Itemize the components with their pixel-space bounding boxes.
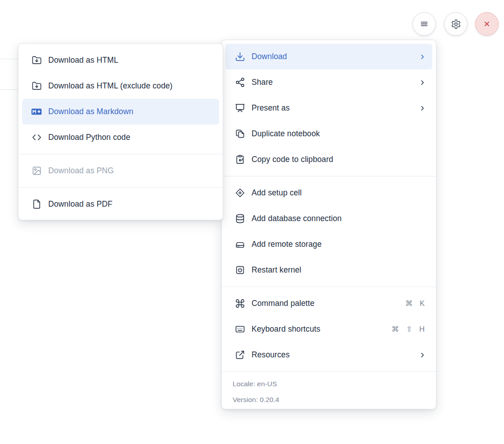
menu-item-copy-code[interactable]: Copy code to clipboard <box>225 147 432 172</box>
menu-item-label: Command palette <box>252 299 399 308</box>
keyboard-shortcut: ⌘ ⇧ H <box>392 325 426 333</box>
menu-item-resources[interactable]: Resources <box>225 342 432 368</box>
hamburger-icon <box>419 18 430 29</box>
menu-item-label: Keyboard shortcuts <box>252 324 385 334</box>
code-icon <box>31 132 42 143</box>
menu-item-label: Download as Markdown <box>48 107 213 116</box>
menu-footer: Locale: en-US Version: 0.20.4 <box>222 372 436 410</box>
menu-item-label: Download as HTML <box>48 56 213 65</box>
submenu-item-download-pdf[interactable]: Download as PDF <box>22 191 219 217</box>
menu-item-label: Download as PDF <box>48 199 213 209</box>
notebook-menu: Download Share Present as Duplicate note… <box>221 40 436 409</box>
submenu-item-download-png[interactable]: Download as PNG <box>22 158 219 184</box>
shutdown-button[interactable] <box>475 12 499 36</box>
menu-item-label: Download as PNG <box>48 166 213 176</box>
power-square-icon <box>234 265 245 276</box>
menu-item-label: Restart kernel <box>252 265 426 275</box>
menu-item-label: Copy code to clipboard <box>252 155 426 164</box>
submenu-item-download-python-code[interactable]: Download Python code <box>22 125 219 150</box>
presentation-icon <box>234 103 245 114</box>
menu-item-label: Add database connection <box>252 214 426 223</box>
background-rule <box>0 59 18 59</box>
menu-item-label: Add setup cell <box>252 188 426 198</box>
image-icon <box>31 166 42 176</box>
database-icon <box>234 213 245 224</box>
close-icon <box>482 19 492 29</box>
menu-item-label: Add remote storage <box>252 240 426 249</box>
share-icon <box>234 77 245 88</box>
submenu-item-download-html[interactable]: Download as HTML <box>22 47 219 73</box>
folder-download-icon <box>31 81 42 92</box>
menu-item-label: Download <box>252 52 412 61</box>
markdown-icon <box>31 106 42 117</box>
download-submenu: Download as HTML Download as HTML (exclu… <box>18 43 223 220</box>
diamond-plus-icon <box>234 188 245 199</box>
clipboard-copy-icon <box>234 154 245 165</box>
menu-item-label: Duplicate notebook <box>252 129 426 139</box>
menu-item-present-as[interactable]: Present as <box>225 95 432 121</box>
download-icon <box>234 51 245 62</box>
file-icon <box>31 199 42 210</box>
menu-item-label: Resources <box>252 350 412 360</box>
locale-text: Locale: en-US <box>222 376 436 392</box>
menu-item-keyboard-shortcuts[interactable]: Keyboard shortcuts ⌘ ⇧ H <box>225 316 432 342</box>
chevron-right-icon <box>418 79 426 87</box>
chevron-right-icon <box>418 53 426 61</box>
menu-item-duplicate-notebook[interactable]: Duplicate notebook <box>225 121 432 147</box>
hard-drive-icon <box>234 239 245 250</box>
external-link-icon <box>234 350 245 361</box>
command-icon <box>234 298 245 309</box>
settings-button[interactable] <box>444 12 467 36</box>
chevron-right-icon <box>418 104 426 112</box>
menu-item-share[interactable]: Share <box>225 69 432 95</box>
menu-item-command-palette[interactable]: Command palette ⌘ K <box>225 291 432 316</box>
duplicate-icon <box>234 129 245 139</box>
chevron-right-icon <box>418 351 426 359</box>
menu-toggle-button[interactable] <box>412 12 436 36</box>
submenu-item-download-markdown[interactable]: Download as Markdown <box>22 99 219 125</box>
menu-item-label: Download Python code <box>48 133 213 142</box>
folder-download-icon <box>31 55 42 66</box>
keyboard-icon <box>234 324 245 335</box>
submenu-item-download-html-exclude-code[interactable]: Download as HTML (exclude code) <box>22 73 219 99</box>
menu-item-label: Present as <box>252 103 412 113</box>
version-text: Version: 0.20.4 <box>222 392 436 407</box>
keyboard-shortcut: ⌘ K <box>405 299 426 308</box>
menu-item-restart-kernel[interactable]: Restart kernel <box>225 257 432 283</box>
menu-item-label: Download as HTML (exclude code) <box>48 81 213 91</box>
gear-icon <box>451 19 461 29</box>
background-rule <box>0 89 18 90</box>
menu-item-add-database-connection[interactable]: Add database connection <box>225 206 432 231</box>
menu-item-add-remote-storage[interactable]: Add remote storage <box>225 231 432 257</box>
menu-item-label: Share <box>252 78 412 87</box>
menu-item-add-setup-cell[interactable]: Add setup cell <box>225 180 432 206</box>
menu-item-download[interactable]: Download <box>225 44 432 69</box>
